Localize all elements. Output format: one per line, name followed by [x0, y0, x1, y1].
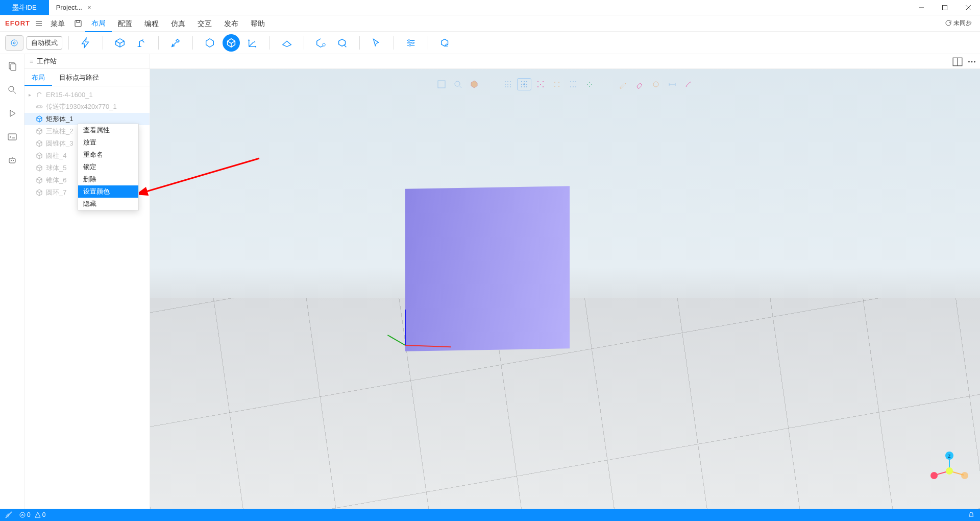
view-frame-icon[interactable]	[434, 78, 449, 90]
toolbar-cube-filled-icon[interactable]	[223, 34, 240, 52]
context-menu-item[interactable]: 查看属性	[78, 124, 138, 136]
svg-point-47	[521, 84, 522, 85]
status-bell-icon[interactable]	[968, 511, 975, 518]
tool-circle-icon[interactable]	[649, 78, 663, 90]
hamburger-icon[interactable]	[35, 20, 42, 27]
status-errors-count: 0	[27, 511, 31, 518]
snap-grid-2-icon[interactable]	[517, 78, 531, 90]
context-menu-item[interactable]: 隐藏	[78, 198, 138, 210]
activity-robot-icon[interactable]	[5, 153, 19, 168]
svg-point-53	[537, 81, 538, 82]
toolbar-surface-icon[interactable]	[276, 34, 298, 52]
svg-point-11	[323, 43, 326, 46]
split-layout-icon[interactable]	[952, 57, 963, 67]
toolbar-bolt-icon[interactable]	[75, 34, 96, 52]
svg-point-63	[573, 81, 574, 82]
snap-grid-5-icon[interactable]	[566, 78, 580, 90]
orientation-gizmo[interactable]: z	[929, 451, 970, 486]
sidepanel-tab-targets[interactable]: 目标点与路径	[52, 69, 106, 86]
activity-files-icon[interactable]	[5, 59, 19, 74]
file-tab[interactable]: Project... ×	[49, 0, 99, 15]
svg-point-10	[13, 42, 15, 44]
toolbar-cube-arrow-icon[interactable]	[332, 34, 353, 52]
menu-item-publish[interactable]: 发布	[218, 15, 244, 32]
view-solidbox-icon[interactable]	[467, 78, 481, 90]
gear-toggle-button[interactable]	[5, 35, 23, 51]
cube-icon	[35, 189, 44, 196]
close-tab-icon[interactable]: ×	[87, 4, 91, 11]
svg-point-27	[971, 61, 973, 63]
tool-pencil-icon[interactable]	[616, 78, 630, 90]
activity-terminal-icon[interactable]	[5, 130, 19, 144]
status-remote-icon[interactable]	[5, 511, 12, 518]
menu-item-config[interactable]: 配置	[112, 15, 138, 32]
tree-item-label: 圆环_7	[46, 188, 66, 197]
tree-item-label: 圆锥体_3	[46, 139, 73, 148]
svg-point-70	[591, 84, 592, 85]
tool-brush-icon[interactable]	[681, 78, 696, 90]
snap-grid-3-icon[interactable]	[533, 78, 548, 90]
menu-item-simulate[interactable]: 仿真	[165, 15, 191, 32]
toolbar-cube-gear-icon[interactable]	[310, 34, 332, 52]
toolbar-cube-refresh-icon[interactable]	[434, 34, 456, 52]
menu-item-interact[interactable]: 交互	[191, 15, 218, 32]
mode-select[interactable]: 自动模式	[27, 36, 62, 50]
more-icon[interactable]	[967, 57, 977, 67]
viewport-3d[interactable]: z	[150, 69, 980, 509]
snap-grid-1-icon[interactable]	[501, 78, 515, 90]
context-menu-item[interactable]: 删除	[78, 173, 138, 185]
svg-point-59	[558, 82, 559, 83]
svg-rect-16	[11, 64, 16, 70]
window-maximize-button[interactable]	[933, 0, 957, 15]
snap-grid-6-icon[interactable]	[582, 78, 597, 90]
file-tab-label: Project...	[56, 4, 82, 11]
tool-eraser-icon[interactable]	[632, 78, 647, 90]
snap-grid-4-icon[interactable]	[550, 78, 564, 90]
scene-object-cuboid[interactable]	[405, 186, 570, 351]
svg-point-65	[570, 86, 571, 87]
activity-run-icon[interactable]	[5, 106, 19, 121]
menu-item-program[interactable]: 编程	[138, 15, 165, 32]
toolbar-box-icon[interactable]	[109, 34, 131, 52]
menu-item-help[interactable]: 帮助	[244, 15, 271, 32]
tree-item[interactable]: ▸ER15-4-1600_1	[24, 88, 150, 101]
menu-item-layout[interactable]: 布局	[85, 15, 112, 32]
tree-item[interactable]: 传送带1930x420x770_1	[24, 101, 150, 113]
context-menu-item[interactable]: 设置颜色	[78, 185, 138, 198]
toolbar-sliders-icon[interactable]	[400, 34, 422, 52]
toolbar-cursor-icon[interactable]	[366, 34, 387, 52]
cube-icon	[35, 164, 44, 172]
svg-point-62	[570, 81, 571, 82]
context-menu-item[interactable]: 重命名	[78, 149, 138, 161]
toolbar-robotarm-icon[interactable]	[131, 34, 152, 52]
svg-point-13	[412, 42, 414, 44]
toolbar-axis-icon[interactable]	[242, 34, 263, 52]
activity-search-icon[interactable]	[5, 83, 19, 97]
robot-icon	[35, 91, 44, 98]
tool-dimension-icon[interactable]	[665, 78, 679, 90]
sync-status[interactable]: 未同步	[944, 19, 972, 28]
menubar: EFORT 菜单 布局 配置 编程 仿真 交互 发布 帮助 未同步	[0, 15, 980, 32]
tree-item-label: ER15-4-1600_1	[46, 91, 93, 99]
window-minimize-button[interactable]	[910, 0, 933, 15]
context-menu-item[interactable]: 锁定	[78, 161, 138, 173]
toolbar-cube-outline-icon[interactable]	[199, 34, 220, 52]
view-zoomfit-icon[interactable]	[451, 78, 465, 90]
sidepanel-tab-layout[interactable]: 布局	[24, 69, 52, 86]
cube-icon	[35, 115, 44, 123]
svg-point-60	[554, 86, 555, 87]
status-errors[interactable]: 0	[19, 511, 31, 518]
svg-rect-7	[75, 20, 81, 27]
menu-main[interactable]: 菜单	[44, 15, 71, 32]
context-menu-item[interactable]: 放置	[78, 136, 138, 149]
svg-point-56	[537, 86, 538, 87]
toolbar-tools-icon[interactable]	[165, 34, 186, 52]
svg-point-33	[455, 81, 460, 86]
svg-point-68	[587, 84, 588, 85]
side-panel: ≡ 工作站 布局 目标点与路径 ▸ER15-4-1600_1传送带1930x42…	[24, 54, 150, 509]
save-icon[interactable]	[74, 19, 82, 28]
window-close-button[interactable]	[957, 0, 980, 15]
status-warnings[interactable]: 0	[35, 511, 46, 518]
viewport-toolbar	[431, 78, 699, 90]
svg-point-48	[523, 83, 525, 85]
